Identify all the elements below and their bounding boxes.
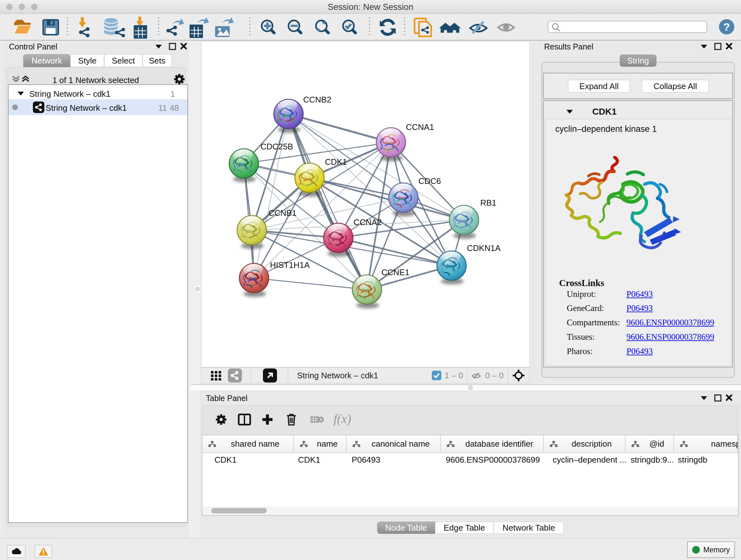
svg-text:HIST1H1A: HIST1H1A bbox=[270, 260, 310, 270]
svg-text:RB1: RB1 bbox=[480, 198, 496, 207]
svg-text:CDKN1A: CDKN1A bbox=[467, 243, 501, 253]
svg-text:CCNA2: CCNA2 bbox=[354, 217, 382, 227]
svg-text:CCNB1: CCNB1 bbox=[268, 208, 296, 218]
svg-text:CCNA1: CCNA1 bbox=[406, 122, 434, 132]
svg-text:CCNB2: CCNB2 bbox=[303, 95, 331, 105]
svg-text:CDC25B: CDC25B bbox=[260, 142, 293, 151]
svg-text:CCNE1: CCNE1 bbox=[381, 267, 409, 277]
svg-text:CDC6: CDC6 bbox=[418, 176, 441, 186]
svg-text:CDK1: CDK1 bbox=[325, 157, 347, 167]
